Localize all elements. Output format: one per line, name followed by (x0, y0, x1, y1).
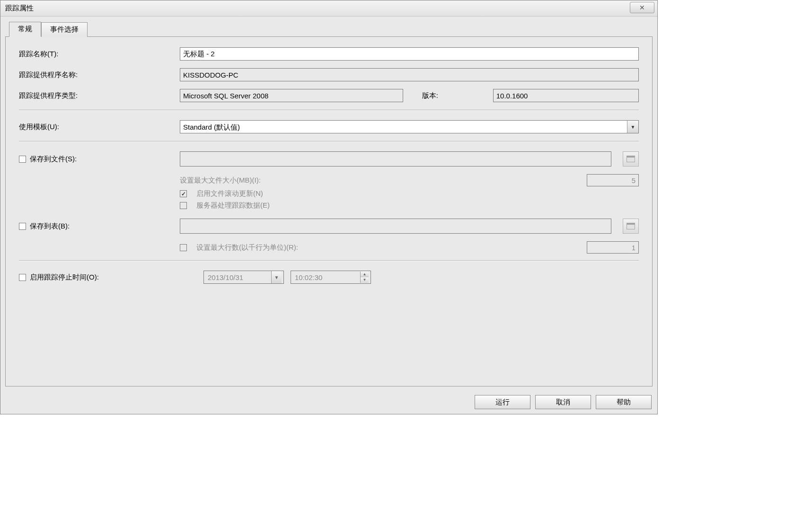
version-label: 版本: (413, 91, 484, 100)
button-bar: 运行 取消 帮助 (0, 391, 657, 414)
client-area: 常规 事件选择 跟踪名称(T): 跟踪提供程序名称: KISSDODOG-PC … (0, 17, 657, 391)
server-process-label: 服务器处理跟踪数据(E) (196, 201, 270, 210)
save-to-file-checkbox[interactable] (19, 156, 26, 163)
tab-panel-general: 跟踪名称(T): 跟踪提供程序名称: KISSDODOG-PC 跟踪提供程序类型… (5, 36, 653, 386)
help-button[interactable]: 帮助 (596, 395, 652, 409)
enable-rollover-label: 启用文件滚动更新(N) (196, 189, 263, 198)
save-icon (627, 156, 635, 162)
browse-table-button[interactable] (623, 219, 639, 234)
browse-file-button[interactable] (623, 151, 639, 167)
save-to-table-path (180, 219, 611, 234)
save-to-table-checkbox[interactable] (19, 223, 26, 230)
separator-2 (19, 141, 639, 142)
stop-date-field: 2013/10/31 ▼ (203, 271, 284, 284)
run-button[interactable]: 运行 (475, 395, 530, 409)
provider-name-field: KISSDODOG-PC (180, 68, 639, 81)
tab-general[interactable]: 常规 (9, 22, 41, 37)
provider-type-field: Microsoft SQL Server 2008 (180, 89, 403, 102)
trace-name-input[interactable] (180, 47, 639, 61)
stop-time-value: 10:02:30 (295, 273, 322, 281)
cancel-button[interactable]: 取消 (535, 395, 591, 409)
max-file-size-input (587, 174, 639, 186)
close-icon: ✕ (639, 4, 645, 11)
close-button[interactable]: ✕ (630, 2, 654, 13)
window-title: 跟踪属性 (5, 4, 34, 13)
chevron-down-icon: ▼ (271, 271, 282, 283)
separator-3 (19, 260, 639, 261)
titlebar: 跟踪属性 ✕ (0, 0, 657, 17)
spin-down-icon: ▼ (361, 277, 369, 283)
template-combo[interactable]: Standard (默认值) (180, 120, 639, 133)
max-rows-input (587, 241, 639, 254)
enable-stop-time-label: 启用跟踪停止时间(O): (30, 273, 99, 282)
tab-strip: 常规 事件选择 (9, 21, 653, 36)
enable-stop-time-checkbox[interactable] (19, 274, 26, 281)
spin-up-icon: ▲ (361, 272, 369, 277)
table-icon (627, 223, 635, 229)
max-file-size-label: 设置最大文件大小(MB)(I): (180, 176, 261, 185)
separator-1 (19, 110, 639, 111)
save-to-file-label: 保存到文件(S): (30, 155, 77, 164)
provider-name-label: 跟踪提供程序名称: (19, 70, 180, 79)
enable-rollover-checkbox (180, 190, 187, 197)
template-combo-wrap: Standard (默认值) ▼ (180, 120, 639, 133)
max-rows-checkbox (180, 244, 187, 251)
provider-type-label: 跟踪提供程序类型: (19, 91, 180, 100)
save-to-table-label: 保存到表(B): (30, 222, 70, 231)
time-spinner: ▲ ▼ (360, 272, 369, 283)
template-label: 使用模板(U): (19, 123, 180, 132)
trace-name-label: 跟踪名称(T): (19, 50, 180, 59)
server-process-checkbox (180, 202, 187, 209)
tab-events[interactable]: 事件选择 (41, 22, 88, 37)
stop-date-value: 2013/10/31 (208, 273, 243, 281)
version-field: 10.0.1600 (493, 89, 639, 102)
max-rows-label: 设置最大行数(以千行为单位)(R): (196, 243, 298, 252)
save-to-file-path (180, 151, 611, 167)
stop-time-field: 10:02:30 ▲ ▼ (291, 271, 371, 284)
dialog-window: 跟踪属性 ✕ 常规 事件选择 跟踪名称(T): 跟踪提供程序名称: KISSDO… (0, 0, 658, 414)
